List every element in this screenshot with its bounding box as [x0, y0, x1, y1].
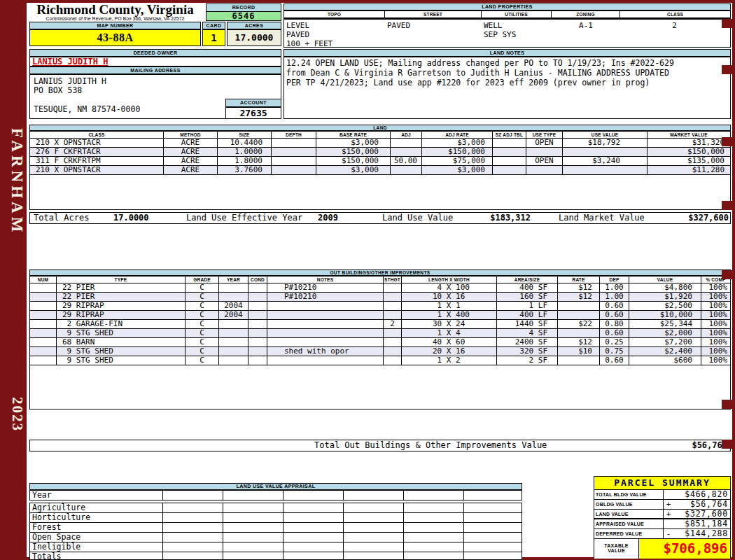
table-cell [248, 347, 267, 356]
table-cell: Horticulture [30, 513, 163, 522]
table-cell [284, 523, 344, 532]
table-row: 210 X OPNSTACRACRE3.7600$3,000$3,000$11,… [30, 166, 730, 175]
table-cell [344, 513, 404, 522]
land-notes-line: from Dean C & Virginia R Garretson to Ju… [286, 68, 728, 78]
eff-year-label: Land Use Effective Year [186, 213, 302, 223]
topo-value-2: PAVED [286, 30, 309, 39]
out-buildings-total-label: Total Out Buildings & Other Improvements… [314, 440, 547, 451]
table-cell: 100% [701, 320, 730, 328]
out-buildings-total-value: $56,764 [646, 440, 727, 451]
record-value: 6546 [206, 11, 281, 21]
table-row: Year [30, 491, 522, 500]
edge-notch [722, 201, 732, 210]
parcel-summary-row: TOTAL BLDG VALUE $466,820 [594, 490, 730, 500]
table-cell [219, 293, 248, 301]
property-record-card: FARNHAM 2023 Richmond County, Virginia C… [0, 0, 735, 560]
table-cell: 2004 [219, 302, 248, 310]
land-properties-values: LEVEL PAVED WELL A-1 2 PAVED SEP SYS 100… [284, 19, 731, 48]
table-cell: C [186, 338, 219, 346]
table-cell: 20 X 16 [402, 347, 497, 356]
table-cell [391, 166, 422, 174]
table-cell [493, 157, 526, 165]
table-cell: $3,000 [316, 139, 391, 147]
table-cell [384, 302, 402, 310]
table-cell: $10 [558, 347, 600, 356]
table-cell [493, 139, 526, 147]
land-properties-columns: TOPOSTREETUTILITIESZONINGCLASS [284, 10, 731, 19]
parcel-summary-row: DEFERRED VALUE - $144,288 [594, 529, 730, 539]
table-cell [30, 338, 57, 346]
table-cell: 30 X 24 [402, 320, 497, 328]
table-cell [464, 523, 522, 532]
table-cell: 9 STG SHED [57, 356, 186, 365]
table-cell: Agriculture [30, 503, 163, 512]
table-cell: C [186, 347, 219, 356]
table-cell: 400 SF [497, 284, 558, 292]
edge-notch [722, 65, 732, 74]
table-row: 210 X OPNSTACRACRE10.4400$3,000$3,000OPE… [30, 139, 730, 148]
street-value: PAVED [387, 21, 410, 30]
table-cell: 100% [701, 284, 730, 292]
deeded-owner-value: LANIUS JUDITH H [29, 57, 281, 66]
table-cell: 1.00 [600, 293, 629, 301]
land-table-header: LAND [29, 125, 731, 131]
table-cell [219, 329, 248, 337]
table-cell [223, 542, 284, 552]
column-header: SZ ADJ TBL [493, 132, 526, 138]
table-row: 9 STG SHEDC 1 X 2 2 SF0.60$600100% [30, 356, 730, 365]
table-cell: $1,920 [629, 293, 701, 301]
table-cell: C [186, 320, 219, 328]
table-cell: $75,000 [422, 157, 493, 165]
table-cell [344, 552, 404, 560]
edge-notch [722, 270, 732, 279]
table-cell [219, 338, 248, 346]
table-cell: OPEN [526, 139, 563, 147]
table-cell: 10 X 16 [402, 293, 497, 301]
table-cell [30, 347, 57, 356]
table-cell: $2,500 [629, 302, 701, 310]
table-cell [248, 338, 267, 346]
ps-row-label: DEFERRED VALUE [594, 529, 664, 538]
table-cell [219, 320, 248, 328]
table-cell [384, 338, 402, 346]
table-row: 9 STG SHEDCshed with opor20 X 16 320 SF$… [30, 347, 730, 356]
column-header: NUM [30, 276, 57, 283]
use-value-label: Land Use Value [382, 213, 453, 223]
column-header: COND [248, 276, 267, 283]
table-cell: 2 [384, 320, 402, 328]
table-cell: 100% [701, 311, 730, 319]
table-cell [30, 329, 57, 337]
table-cell [558, 356, 600, 365]
table-cell: 2400 SF [497, 338, 558, 346]
table-cell: 1 X 1 [402, 302, 497, 310]
ps-row-op: + [664, 500, 673, 509]
column-header: STREET [385, 11, 482, 18]
table-cell: $10,000 [629, 311, 701, 319]
column-header: VALUE [629, 276, 701, 283]
table-cell: 100% [701, 329, 730, 337]
table-cell: C [186, 293, 219, 301]
table-cell [464, 552, 522, 560]
table-cell: 400 LF [497, 311, 558, 319]
account-header: ACCOUNT [225, 99, 281, 107]
market-value-label: Land Market Value [559, 213, 645, 223]
column-header: SIZE [218, 132, 272, 138]
table-cell [464, 533, 522, 542]
table-cell [558, 329, 600, 337]
table-header-row: NUMTYPEGRADEYEARCONDNOTESSTHGTLENGTH X W… [30, 276, 730, 284]
table-cell [248, 356, 267, 365]
district-sidebar-label: FARNHAM [1, 115, 26, 248]
year-sidebar-label: 2023 [1, 386, 26, 442]
column-header: UTILITIES [482, 11, 552, 18]
table-cell: $150,000 [648, 148, 730, 156]
account-value: 27635 [225, 107, 281, 119]
ps-row-op: + [664, 510, 673, 518]
edge-notch [722, 440, 732, 449]
table-cell [344, 491, 404, 500]
table-cell: 210 X OPNSTACR [30, 139, 164, 147]
table-cell [163, 552, 223, 560]
table-cell: 2 GARAGE-FIN [57, 320, 186, 328]
land-notes-header: LAND NOTES [284, 49, 731, 57]
table-cell: 40 X 60 [402, 338, 497, 346]
table-cell [163, 491, 223, 500]
